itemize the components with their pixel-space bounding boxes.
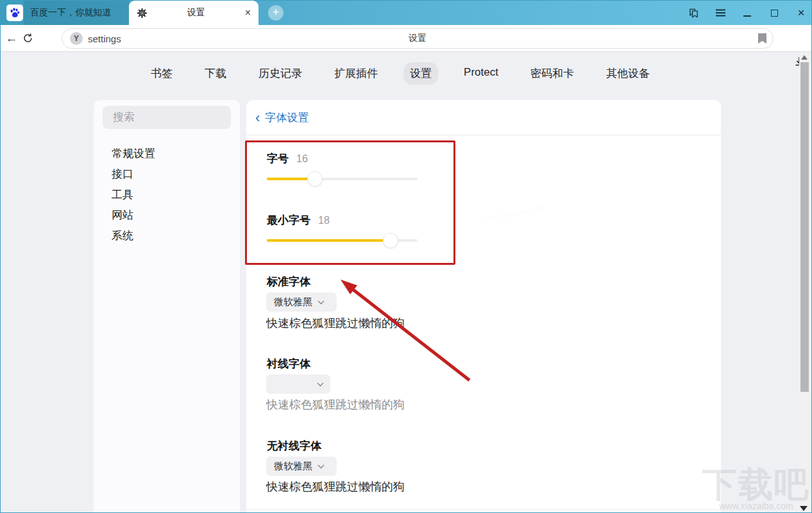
- baidu-paw-icon: [9, 7, 21, 19]
- scrollbar-thumb[interactable]: [800, 62, 809, 392]
- section-divider: [246, 509, 721, 510]
- gear-icon: [137, 8, 148, 19]
- standard-font-select[interactable]: 微软雅黑: [266, 292, 337, 312]
- nav-passwords[interactable]: 密码和卡: [524, 62, 580, 85]
- chevron-down-icon: [317, 380, 324, 386]
- nav-downloads[interactable]: 下载: [198, 62, 233, 85]
- new-tab-button[interactable]: +: [268, 5, 283, 21]
- font-settings-title: 字体设置: [265, 110, 309, 125]
- sidebar-item-tools[interactable]: 工具: [112, 187, 133, 203]
- menu-icon[interactable]: [715, 8, 725, 18]
- nav-protect[interactable]: Protect: [457, 62, 505, 85]
- address-bar[interactable]: Y settings 设置: [62, 28, 774, 49]
- watermark-text: 下载吧: [702, 467, 810, 501]
- chevron-down-icon: [318, 462, 325, 468]
- annotation-red-box: [245, 140, 455, 265]
- standard-font-sample: 快速棕色狐狸跳过懒惰的狗: [266, 315, 405, 331]
- bookmark-flag-icon[interactable]: [758, 33, 766, 44]
- chevron-down-icon: [318, 298, 325, 304]
- tab-bar: 百度一下，你就知道 设置 × +: [1, 1, 812, 25]
- maximize-icon[interactable]: [769, 8, 779, 18]
- scroll-up-icon[interactable]: [801, 55, 808, 60]
- header-divider: [246, 135, 721, 135]
- tab-baidu[interactable]: 百度一下，你就知道: [24, 1, 129, 25]
- standard-font-label: 标准字体: [267, 274, 310, 289]
- page-title-centered: 设置: [62, 33, 773, 44]
- tab-close-icon[interactable]: ×: [245, 8, 251, 18]
- sidebar-item-system[interactable]: 系统: [112, 228, 133, 244]
- panels-icon[interactable]: [688, 8, 698, 18]
- sidebar-item-sites[interactable]: 网站: [112, 208, 133, 223]
- settings-nav: 书签 下载 历史记录 扩展插件 设置 Protect 密码和卡 其他设备: [1, 62, 800, 85]
- tab-settings[interactable]: 设置 ×: [129, 1, 258, 25]
- url-text: settings: [88, 33, 121, 44]
- sidebar-item-interface[interactable]: 接口: [112, 167, 133, 182]
- minimize-icon[interactable]: [742, 8, 752, 18]
- sans-font-select[interactable]: 微软雅黑: [266, 457, 337, 476]
- serif-font-label: 衬线字体: [267, 357, 310, 371]
- close-icon[interactable]: ×: [796, 8, 806, 18]
- nav-other-devices[interactable]: 其他设备: [600, 62, 656, 85]
- serif-font-sample: 快速棕色狐狸跳过懒惰的狗: [266, 397, 405, 412]
- sans-font-label: 无衬线字体: [267, 439, 321, 453]
- standard-font-value: 微软雅黑: [274, 296, 312, 308]
- back-icon[interactable]: ←: [1, 31, 22, 46]
- nav-extensions[interactable]: 扩展插件: [328, 62, 384, 85]
- nav-bookmarks[interactable]: 书签: [144, 62, 179, 85]
- site-favicon-y: Y: [70, 32, 83, 45]
- back-to-settings-link[interactable]: ‹ 字体设置: [255, 110, 309, 125]
- address-toolbar: ← Y settings 设置: [1, 25, 812, 52]
- nav-settings[interactable]: 设置: [403, 62, 438, 85]
- sidebar-item-general[interactable]: 常规设置: [112, 146, 155, 162]
- search-input[interactable]: [103, 106, 231, 129]
- browser-logo-button[interactable]: [6, 4, 23, 21]
- chevron-left-icon: ‹: [255, 112, 260, 123]
- settings-sidebar: 常规设置 接口 工具 网站 系统: [94, 100, 240, 513]
- refresh-icon[interactable]: [22, 33, 44, 44]
- nav-history[interactable]: 历史记录: [252, 62, 309, 85]
- serif-font-select[interactable]: [266, 374, 330, 394]
- tab-settings-label: 设置: [148, 7, 245, 19]
- watermark: 下载吧 www.xiazaiba.com: [702, 467, 810, 511]
- sans-font-sample: 快速棕色狐狸跳过懒惰的狗: [266, 479, 405, 494]
- tab-baidu-label: 百度一下，你就知道: [30, 7, 111, 19]
- sans-font-value: 微软雅黑: [274, 460, 312, 473]
